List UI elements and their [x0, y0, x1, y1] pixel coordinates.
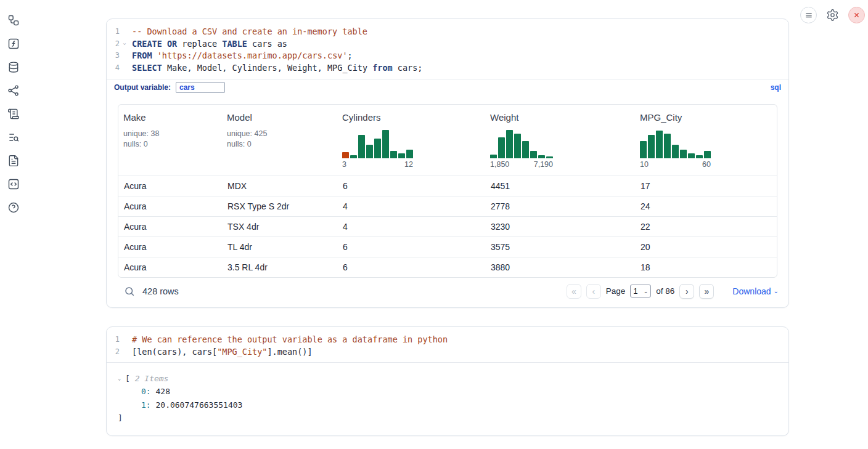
prev-page-button[interactable]: ‹ — [586, 284, 601, 299]
settings-button[interactable] — [824, 7, 841, 23]
menu-button[interactable] — [800, 7, 817, 23]
table-row: Acura TL 4dr 6 3575 20 — [118, 237, 777, 257]
table-header: Make unique: 38nulls: 0 Model unique: 42… — [118, 105, 777, 176]
fold-chevron-icon[interactable]: ⌄ — [120, 39, 129, 48]
dependency-graph-icon[interactable] — [7, 84, 20, 97]
table-cell: 3880 — [485, 262, 635, 272]
logs-scroll-icon[interactable] — [7, 107, 20, 121]
histogram-bar — [498, 137, 505, 158]
histogram-bar — [640, 141, 647, 158]
table-cell: RSX Type S 2dr — [222, 201, 337, 211]
url-string: 'https://datasets.marimo.app/cars.csv' — [157, 51, 348, 60]
table-cell: Acura — [118, 262, 222, 272]
code-line: 4 SELECT Make, Model, Cylinders, Weight,… — [107, 62, 788, 74]
line-number: 1 — [110, 335, 120, 344]
column-header-weight[interactable]: Weight 1,8507,190 — [485, 105, 635, 176]
table-cell: 17 — [635, 181, 777, 191]
output-variable-row: Output variable: sql — [107, 79, 788, 95]
histogram-bar — [688, 153, 695, 158]
next-page-button[interactable]: › — [679, 284, 694, 299]
histogram-bar — [490, 155, 497, 158]
data-table: Make unique: 38nulls: 0 Model unique: 42… — [118, 104, 777, 278]
table-row: Acura TSX 4dr 4 3230 22 — [118, 216, 777, 237]
last-page-button[interactable]: » — [699, 284, 714, 299]
python-cell: 1 # We can reference the output variable… — [106, 326, 789, 436]
histogram-bar — [680, 150, 687, 158]
first-page-button[interactable]: « — [567, 284, 581, 299]
table-cell: 2778 — [485, 201, 635, 211]
output-variable-input[interactable] — [176, 82, 225, 93]
sql-cell: 1 -- Download a CSV and create an in-mem… — [106, 18, 789, 308]
histogram-bar — [398, 153, 405, 158]
histogram-bar — [696, 155, 703, 158]
histogram-bar — [538, 155, 545, 158]
column-header-make[interactable]: Make unique: 38nulls: 0 — [118, 105, 222, 176]
histogram-bar — [648, 135, 655, 158]
mpg-city-histogram[interactable] — [640, 126, 711, 158]
tree-entry-key: 0: — [141, 387, 151, 396]
table-cell: 6 — [337, 181, 485, 191]
chevron-left-icon: ‹ — [592, 286, 595, 296]
code-line: 1 # We can reference the output variable… — [107, 333, 788, 346]
weight-histogram[interactable] — [490, 126, 553, 158]
hist-min-label: 3 — [342, 160, 346, 169]
gear-icon — [826, 9, 839, 22]
search-icon[interactable] — [124, 286, 135, 297]
histogram-bar — [342, 152, 349, 158]
table-cell: 4451 — [485, 181, 635, 191]
histogram-bar — [390, 151, 397, 158]
function-icon[interactable] — [7, 37, 20, 51]
window-controls — [800, 7, 865, 23]
histogram-bar — [350, 155, 357, 158]
cylinders-histogram[interactable] — [342, 126, 413, 158]
histogram-bar — [530, 151, 537, 158]
histogram-bar — [374, 139, 381, 158]
chevron-double-left-icon: « — [571, 286, 576, 296]
table-cell: 18 — [635, 262, 777, 272]
close-icon — [852, 10, 861, 20]
column-header-cylinders[interactable]: Cylinders 312 — [337, 105, 485, 176]
table-cell: 22 — [635, 222, 777, 232]
python-code-editor[interactable]: 1 # We can reference the output variable… — [107, 327, 788, 362]
snippets-code-icon[interactable] — [7, 177, 20, 191]
column-meta: unique: 425 — [227, 129, 334, 139]
table-cell: Acura — [118, 242, 222, 252]
tree-entry-value: 20.060747663551403 — [151, 400, 243, 410]
column-header-model[interactable]: Model unique: 425nulls: 0 — [222, 105, 337, 176]
database-icon[interactable] — [7, 60, 20, 74]
histogram-bar — [406, 150, 413, 158]
line-number: 2 — [110, 39, 120, 48]
column-meta: nulls: 0 — [123, 139, 218, 150]
file-text-icon[interactable] — [7, 154, 20, 168]
tree-entry-key: 1: — [141, 400, 151, 410]
table-cell: Acura — [118, 222, 222, 232]
code-line: 1 -- Download a CSV and create an in-mem… — [107, 25, 788, 38]
page-number-select[interactable]: 1 ⌄ — [630, 285, 651, 297]
table-row: Acura 3.5 RL 4dr 6 3880 18 — [118, 257, 777, 277]
table-cell: MDX — [222, 181, 337, 191]
column-header-mpg-city[interactable]: MPG_City 1060 — [635, 105, 777, 176]
chevron-double-right-icon: » — [704, 286, 709, 296]
help-icon[interactable] — [7, 201, 20, 214]
hist-max-label: 12 — [404, 160, 413, 169]
histogram-bar — [358, 135, 365, 158]
histogram-bar — [704, 151, 711, 158]
table-cell: TSX 4dr — [222, 222, 337, 232]
tree-entry: 1: 20.060747663551403 — [107, 398, 788, 411]
sql-code-editor[interactable]: 1 -- Download a CSV and create an in-mem… — [107, 19, 788, 79]
column-meta: nulls: 0 — [227, 139, 334, 150]
shutdown-button[interactable] — [848, 7, 865, 23]
hist-min-label: 10 — [640, 160, 649, 169]
table-cell: Acura — [118, 181, 222, 191]
file-tree-icon[interactable] — [7, 14, 20, 27]
hist-max-label: 60 — [702, 160, 711, 169]
table-cell: 6 — [337, 262, 485, 272]
collapse-chevron-icon[interactable]: ⌄ — [118, 375, 125, 381]
code-line: 2⌄ CREATE OR replace TABLE cars as — [107, 38, 788, 50]
line-number: 3 — [110, 51, 120, 60]
histogram-bar — [366, 145, 373, 158]
tree-entry: 0: 428 — [107, 385, 788, 398]
download-button[interactable]: Download ⌄ — [732, 286, 779, 296]
table-cell: 3.5 RL 4dr — [222, 262, 337, 272]
list-search-icon[interactable] — [7, 131, 20, 144]
